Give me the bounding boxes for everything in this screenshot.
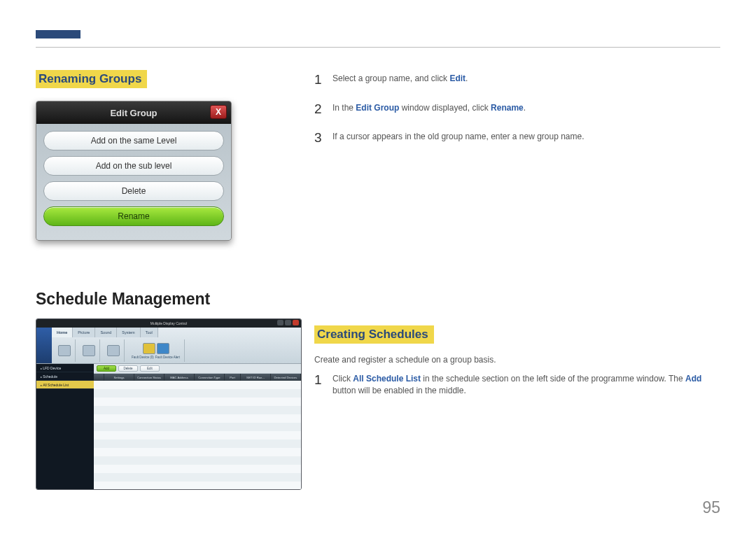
intro-text: Create and register a schedule on a grou…: [314, 355, 720, 365]
heading-creating-schedules: Creating Schedules: [314, 325, 434, 344]
step-number: 3: [314, 128, 324, 148]
step-number: 2: [314, 99, 324, 119]
fault-device-label: Fault Device (0): [132, 356, 154, 359]
sidebar: LFD Device Schedule All Schedule List: [36, 364, 94, 489]
edit-group-dialog: Edit Group X Add on the same Level Add o…: [36, 101, 232, 241]
tab-home[interactable]: Home: [52, 328, 73, 337]
add-sub-level-button[interactable]: Add on the sub level: [43, 156, 224, 176]
fault-alert-label: Fault Device Alert: [155, 356, 180, 359]
keyword-edit: Edit: [449, 73, 465, 83]
step-number: 1: [314, 370, 324, 398]
grid-col-conn-type: Connection Type: [195, 374, 225, 381]
step-text: Click All Schedule List in the schedule …: [332, 370, 720, 398]
close-button[interactable]: X: [210, 105, 227, 119]
keyword-edit-group: Edit Group: [356, 103, 399, 113]
grid-col-detected: Detected Devices: [271, 374, 301, 381]
tab-tool[interactable]: Tool: [141, 328, 158, 337]
mdc-window: Multiple Display Control Home Picture So…: [36, 318, 302, 490]
page-number: 95: [702, 498, 720, 517]
dialog-body: Add on the same Level Add on the sub lev…: [36, 124, 231, 233]
step-number: 1: [314, 70, 324, 90]
step-text: Select a group name, and click Edit.: [332, 70, 468, 90]
ribbon-group-3: [103, 339, 125, 362]
window-titlebar: Multiple Display Control: [36, 319, 301, 328]
add-button[interactable]: Add: [97, 365, 116, 372]
sidebar-item-schedule[interactable]: Schedule: [36, 372, 94, 381]
ribbon-content: Fault Device (0) Fault Device Alert: [52, 337, 301, 364]
step-1-creating: 1 Click All Schedule List in the schedul…: [314, 370, 720, 398]
toolbar: Add Delete Edit: [94, 364, 301, 374]
keyword-all-schedule-list: All Schedule List: [353, 374, 421, 384]
step-text: In the Edit Group window displayed, clic…: [332, 99, 526, 119]
keyword-rename: Rename: [491, 103, 524, 113]
edit-list-button[interactable]: Edit: [140, 365, 160, 372]
steps-renaming: 1 Select a group name, and click Edit. 2…: [314, 70, 720, 148]
maximize-icon[interactable]: [285, 320, 291, 325]
delete-button[interactable]: Delete: [43, 181, 224, 201]
delete-list-button[interactable]: Delete: [118, 365, 138, 372]
grid-col-mac: MAC Address: [164, 374, 195, 381]
ribbon-icon[interactable]: [58, 345, 71, 356]
window-title: Multiple Display Control: [150, 321, 188, 325]
spacer: [314, 157, 720, 325]
tab-sound[interactable]: Sound: [95, 328, 117, 337]
grid-col-check: [94, 374, 104, 381]
fault-device-icon[interactable]: [143, 343, 155, 354]
main-area: Add Delete Edit Settings Connection Stat…: [94, 364, 301, 489]
rename-button[interactable]: Rename: [43, 206, 224, 226]
step-3: 3 If a cursor appears in the old group n…: [314, 128, 720, 148]
heading-schedule-management: Schedule Management: [36, 290, 302, 309]
grid-col-port: Port: [225, 374, 241, 381]
heading-renaming-groups: Renaming Groups: [36, 70, 147, 88]
add-same-level-button[interactable]: Add on the same Level: [43, 131, 224, 150]
grid-header: Settings Connection Status MAC Address C…: [94, 374, 301, 381]
ribbon: Home Picture Sound System Tool Fault Dev…: [36, 328, 301, 364]
keyword-add: Add: [685, 374, 701, 384]
minimize-icon[interactable]: [277, 320, 284, 325]
dialog-titlebar: Edit Group X: [36, 101, 231, 124]
ribbon-group-2: [78, 339, 100, 362]
grid-col-settings: Settings: [104, 374, 134, 381]
sidebar-item-lfd[interactable]: LFD Device: [36, 364, 94, 372]
sidebar-item-all-schedule[interactable]: All Schedule List: [36, 381, 94, 389]
step-1: 1 Select a group name, and click Edit.: [314, 70, 720, 90]
header-rule: [36, 47, 720, 48]
tab-system[interactable]: System: [117, 328, 140, 337]
ribbon-icon[interactable]: [107, 345, 120, 356]
step-text: If a cursor appears in the old group nam…: [332, 128, 584, 148]
grid-body: [94, 381, 301, 489]
step-2: 2 In the Edit Group window displayed, cl…: [314, 99, 720, 119]
ribbon-tabs: Home Picture Sound System Tool: [52, 328, 158, 337]
ribbon-group-fault: Fault Device (0) Fault Device Alert: [127, 339, 185, 362]
ribbon-corner: [36, 328, 52, 363]
tab-picture[interactable]: Picture: [73, 328, 95, 337]
grid-col-conn-status: Connection Status: [134, 374, 164, 381]
ribbon-icon[interactable]: [83, 345, 95, 356]
grid-col-setid: SET ID Ran...: [241, 374, 271, 381]
accent-bar: [36, 30, 80, 38]
fault-alert-icon[interactable]: [157, 343, 169, 354]
app-body: LFD Device Schedule All Schedule List Ad…: [36, 364, 301, 489]
dialog-title: Edit Group: [110, 108, 157, 118]
window-controls: [277, 320, 299, 325]
close-icon[interactable]: [293, 320, 299, 325]
steps-creating: 1 Click All Schedule List in the schedul…: [314, 370, 720, 398]
ribbon-group-1: [54, 339, 76, 362]
close-icon: X: [216, 107, 221, 117]
